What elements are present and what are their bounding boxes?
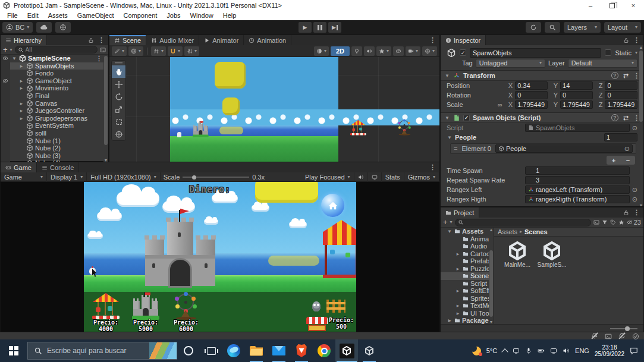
- people-foldout-arrow[interactable]: [447, 134, 453, 140]
- temperature-label[interactable]: 5°C: [486, 347, 497, 354]
- menu-item[interactable]: Help: [218, 12, 241, 19]
- progress-done-icon[interactable]: [632, 332, 639, 339]
- shop-carousel-button[interactable]: [92, 293, 120, 319]
- eye-slash-icon[interactable]: [2, 78, 8, 84]
- hierarchy-item[interactable]: EventSystem: [1, 122, 108, 130]
- notifications-muted-icon[interactable]: [591, 332, 598, 339]
- expand-arrow[interactable]: [18, 100, 24, 108]
- scene-visibility-button[interactable]: [393, 46, 404, 56]
- menu-item[interactable]: Window: [186, 12, 218, 19]
- breadcrumb-root[interactable]: Assets: [498, 228, 517, 235]
- move-tool[interactable]: [112, 78, 125, 90]
- brave-taskbar-button[interactable]: [290, 339, 313, 362]
- panel-menu-icon[interactable]: ⋮: [633, 36, 640, 44]
- people-size-field[interactable]: [604, 133, 637, 141]
- project-folder-row[interactable]: Assets: [441, 228, 494, 235]
- create-dropdown-icon[interactable]: ▾: [10, 48, 12, 52]
- game-view-tab[interactable]: Console: [37, 162, 79, 172]
- script-field-value[interactable]: rangexLeft (Transform): [525, 185, 630, 194]
- gizmos-dropdown[interactable]: Gizmos▾: [404, 172, 439, 182]
- weather-moon-icon[interactable]: [472, 347, 481, 355]
- game-screen[interactable]: Dinero:: [84, 182, 356, 332]
- script-reference-field[interactable]: SpawnObjets: [525, 124, 630, 132]
- scene-visibility-eye-icon[interactable]: [2, 55, 8, 61]
- hierarchy-item[interactable]: solll: [1, 130, 108, 137]
- project-folder-row[interactable]: Prefabs: [441, 257, 494, 265]
- hierarchy-item[interactable]: Fondo: [1, 70, 108, 77]
- play-button[interactable]: ▶: [299, 22, 312, 33]
- unity-taskbar-button[interactable]: [335, 339, 358, 362]
- transform-header[interactable]: Transform ? ⇄ ⋮: [441, 70, 643, 81]
- project-folder-row[interactable]: Audio: [441, 243, 494, 250]
- expand-arrow[interactable]: [455, 265, 461, 273]
- refresh-disabled-icon[interactable]: [618, 332, 626, 339]
- shop-castle-button[interactable]: [132, 292, 159, 320]
- task-view-button[interactable]: [200, 339, 222, 362]
- scene-sun-small-sprite[interactable]: [222, 97, 240, 115]
- account-button[interactable]: BC▾: [2, 22, 33, 33]
- expand-arrow[interactable]: [18, 115, 24, 122]
- scene-viewport[interactable]: [109, 57, 439, 162]
- scene-asset-item[interactable]: SampleS...: [537, 241, 567, 324]
- expand-arrow[interactable]: [11, 55, 17, 62]
- focus-mode-dropdown[interactable]: Play Focused▾: [301, 172, 354, 182]
- hidden-icons-chevron[interactable]: [501, 348, 508, 355]
- element-object-field[interactable]: People ⊙: [495, 144, 633, 153]
- notification-center-icon[interactable]: [630, 347, 638, 355]
- step-button[interactable]: ▶: [328, 22, 341, 33]
- tab-project[interactable]: Project: [441, 207, 479, 218]
- create-button[interactable]: +: [3, 47, 8, 53]
- layout-dropdown[interactable]: Layout▾: [604, 22, 641, 33]
- layers-dropdown[interactable]: Layers▾: [564, 22, 601, 33]
- scene-sun-sprite[interactable]: [215, 62, 246, 89]
- shop-ferris-wheel-button[interactable]: [172, 292, 200, 320]
- filter-by-label-icon[interactable]: [610, 219, 616, 225]
- scene-view-tab[interactable]: Animator: [199, 35, 244, 45]
- microphone-icon[interactable]: [525, 347, 532, 354]
- global-search-button[interactable]: [545, 22, 560, 33]
- menu-item[interactable]: Jobs: [162, 12, 185, 19]
- mail-taskbar-button[interactable]: [268, 339, 290, 362]
- scene-person-sprite[interactable]: [177, 132, 181, 137]
- lock-icon[interactable]: [88, 37, 94, 43]
- pause-button[interactable]: [313, 22, 326, 33]
- hierarchy-item[interactable]: Nube (3): [1, 152, 108, 160]
- audio-toggle-button[interactable]: [364, 46, 375, 56]
- expand-arrow[interactable]: [455, 310, 461, 317]
- hand-tool[interactable]: [112, 65, 125, 78]
- script-field-value[interactable]: rangexRigth (Transform): [525, 195, 630, 203]
- expand-arrow[interactable]: [447, 228, 453, 235]
- minimize-button[interactable]: –: [580, 0, 601, 11]
- expand-arrow[interactable]: [18, 77, 24, 85]
- transform-tool[interactable]: [112, 128, 125, 140]
- project-folder-row[interactable]: Script: [441, 280, 494, 288]
- home-button[interactable]: [321, 194, 344, 217]
- rect-tool[interactable]: [112, 115, 125, 128]
- scene-asset-item[interactable]: MainMe...: [502, 241, 532, 324]
- x-field[interactable]: [515, 100, 548, 109]
- shading-mode-button[interactable]: ▾: [314, 46, 329, 56]
- menu-item[interactable]: Edit: [23, 12, 43, 19]
- edge-taskbar-button[interactable]: [222, 339, 245, 362]
- thumbnail-zoom-slider[interactable]: [610, 328, 637, 329]
- game-view-tab[interactable]: Game: [1, 162, 37, 172]
- object-picker-icon[interactable]: ⊙: [632, 196, 637, 203]
- cloud-services-button[interactable]: [36, 22, 52, 33]
- lock-icon[interactable]: [623, 37, 629, 43]
- tag-dropdown[interactable]: Untagged▾: [476, 59, 545, 68]
- chrome-taskbar-button[interactable]: [313, 339, 335, 362]
- component-enabled-checkbox[interactable]: ✓: [463, 115, 470, 121]
- presets-icon[interactable]: ⇄: [623, 72, 629, 80]
- project-folder-row[interactable]: SoftEffect: [441, 287, 494, 295]
- script-field-value[interactable]: 1: [525, 166, 630, 175]
- active-checkbox[interactable]: ✓: [460, 49, 466, 56]
- game-castle[interactable]: [145, 209, 215, 286]
- inspector-scrollbar[interactable]: ▲ ▼: [639, 45, 643, 207]
- project-folder-row[interactable]: TextMesh: [441, 302, 494, 310]
- 2d-toggle-button[interactable]: 2D: [331, 46, 350, 56]
- expand-arrow[interactable]: [455, 302, 461, 310]
- scroll-up-arrow[interactable]: ▲: [489, 228, 494, 232]
- presets-icon[interactable]: ⇄: [623, 114, 629, 122]
- z-field[interactable]: [605, 100, 637, 109]
- project-folder-row[interactable]: Packages: [441, 317, 494, 324]
